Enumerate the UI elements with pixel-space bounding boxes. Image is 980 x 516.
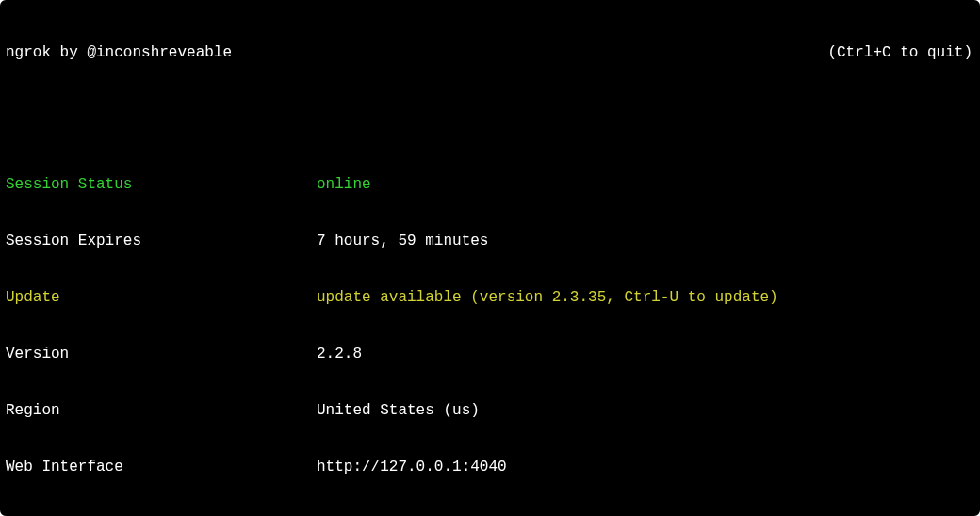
field-label: Region: [6, 401, 317, 420]
field-value: 7 hours, 59 minutes: [317, 232, 972, 250]
app-title: ngrok by @inconshreveable: [6, 43, 232, 62]
field-label: Session Status: [6, 175, 317, 194]
field-session-status: Session Status online: [6, 175, 972, 194]
field-value: update available (version 2.3.35, Ctrl-U…: [317, 288, 972, 307]
field-value: United States (us): [317, 401, 972, 420]
field-value: online: [317, 175, 972, 194]
terminal-window: ngrok by @inconshreveable (Ctrl+C to qui…: [0, 0, 980, 516]
field-value: http://127.0.0.1:4040: [317, 458, 972, 476]
field-update: Update update available (version 2.3.35,…: [6, 288, 972, 307]
blank-line: [6, 100, 972, 119]
quit-hint: (Ctrl+C to quit): [827, 43, 972, 62]
field-label: Version: [6, 345, 317, 363]
field-label: Web Interface: [6, 458, 317, 476]
field-version: Version 2.2.8: [6, 345, 972, 363]
field-web-interface: Web Interface http://127.0.0.1:4040: [6, 458, 972, 476]
field-session-expires: Session Expires 7 hours, 59 minutes: [6, 232, 972, 250]
field-region: Region United States (us): [6, 401, 972, 420]
field-label: Session Expires: [6, 232, 317, 250]
header-row: ngrok by @inconshreveable (Ctrl+C to qui…: [6, 43, 972, 62]
field-value: 2.2.8: [317, 345, 972, 363]
field-label: Update: [6, 288, 317, 307]
